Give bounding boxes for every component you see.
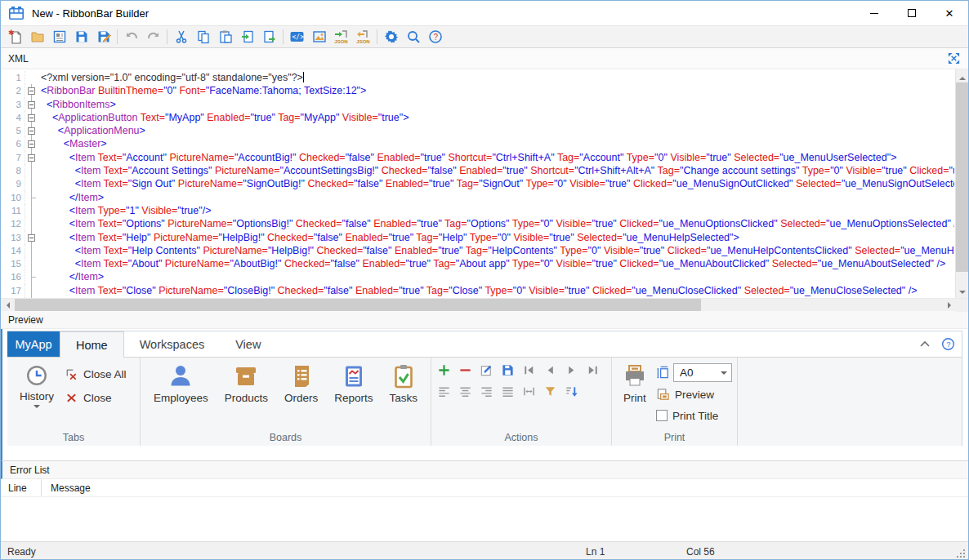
reports-button[interactable]: Reports xyxy=(327,362,380,429)
fold-marker[interactable] xyxy=(25,111,38,124)
edit-button[interactable] xyxy=(479,362,493,377)
align-right-button[interactable] xyxy=(479,384,493,398)
code-line[interactable]: 1<?xml version="1.0" encoding="utf-8" st… xyxy=(1,71,954,84)
paste-export-button[interactable] xyxy=(258,27,280,47)
fold-marker[interactable] xyxy=(25,137,38,150)
employees-button[interactable]: Employees xyxy=(146,362,216,429)
image-view-button[interactable] xyxy=(308,27,330,47)
column-header-line[interactable]: Line xyxy=(1,479,42,496)
scroll-right-button[interactable] xyxy=(942,299,955,312)
history-button[interactable]: History xyxy=(12,362,61,429)
resize-grip[interactable] xyxy=(957,549,965,558)
close-tab-button[interactable]: Close xyxy=(65,389,127,407)
cut-button[interactable] xyxy=(170,27,192,47)
align-left-button[interactable] xyxy=(436,384,451,398)
maximize-button[interactable] xyxy=(893,1,931,25)
horizontal-scrollbar[interactable] xyxy=(1,298,968,311)
help-button[interactable]: ? xyxy=(424,27,446,47)
products-button[interactable]: Products xyxy=(217,362,275,429)
code-line[interactable]: 9 <Item Text="Sign Out" PictureName="Sig… xyxy=(1,177,954,190)
copy-button[interactable] xyxy=(192,27,214,47)
code-line[interactable]: 8 <Item Text="Account Settings" PictureN… xyxy=(1,164,954,177)
ribbon-help-icon[interactable]: ? xyxy=(941,337,955,351)
filter-button[interactable] xyxy=(543,384,557,398)
print-title-checkbox[interactable]: Print Title xyxy=(656,407,732,424)
svg-text:</>: </> xyxy=(292,33,305,41)
code-line[interactable]: 14 <Item Text="Help Contents" PictureNam… xyxy=(1,244,954,257)
minimize-button[interactable] xyxy=(855,1,893,25)
error-list-body[interactable] xyxy=(1,497,968,541)
code-line[interactable]: 16 </Item> xyxy=(1,270,954,283)
add-button[interactable] xyxy=(436,362,451,377)
code-line[interactable]: 17 <Item Text="Close" PictureName="Close… xyxy=(1,284,954,297)
settings-button[interactable] xyxy=(380,27,402,47)
horizontal-scroll-thumb[interactable] xyxy=(15,299,701,311)
fold-marker[interactable] xyxy=(25,151,38,164)
copy-icon xyxy=(196,29,211,44)
justify-button[interactable] xyxy=(500,384,515,398)
paper-size-select[interactable]: A0 xyxy=(673,363,732,382)
close-button[interactable]: ✕ xyxy=(931,1,968,25)
code-line[interactable]: 15 <Item Text="About" PictureName="About… xyxy=(1,257,954,270)
json-import-button[interactable]: JSON xyxy=(330,27,352,47)
search-button[interactable] xyxy=(402,27,424,47)
scroll-down-button[interactable] xyxy=(956,285,969,298)
save-as-button[interactable] xyxy=(92,27,114,47)
line-number: 11 xyxy=(1,204,25,217)
scroll-up-button[interactable] xyxy=(956,69,969,82)
code-line[interactable]: 7 <Item Text="Account" PictureName="Acco… xyxy=(1,151,954,164)
status-line-number: Ln 1 xyxy=(586,546,605,558)
fold-marker[interactable] xyxy=(25,98,38,111)
code-view-button[interactable]: </> xyxy=(286,27,308,47)
next-record-button[interactable] xyxy=(564,362,578,377)
collapse-ribbon-icon[interactable] xyxy=(918,338,931,351)
code-line[interactable]: 5 <ApplicationMenu> xyxy=(1,124,954,137)
undo-button[interactable] xyxy=(120,27,142,47)
print-preview-button[interactable]: Preview xyxy=(656,385,732,403)
open-button[interactable] xyxy=(26,27,48,47)
code-line[interactable]: 2<RibbonBar BuiltinTheme="0" Font="FaceN… xyxy=(1,84,954,97)
report-view-button[interactable] xyxy=(48,27,70,47)
code-line[interactable]: 4 <ApplicationButton Text="MyApp" Enable… xyxy=(1,111,954,124)
column-header-message[interactable]: Message xyxy=(42,479,91,496)
orders-button[interactable]: Orders xyxy=(277,362,325,429)
tab-workspaces[interactable]: Workspaces xyxy=(124,331,221,357)
application-button[interactable]: MyApp xyxy=(7,331,60,357)
redo-button[interactable] xyxy=(142,27,164,47)
tasks-button[interactable]: Tasks xyxy=(382,362,426,429)
json-export-button[interactable]: JSON xyxy=(352,27,374,47)
code-line[interactable]: 13 <Item Text="Help" PictureName="HelpBi… xyxy=(1,231,954,244)
save-button[interactable] xyxy=(70,27,92,47)
last-record-button[interactable] xyxy=(585,362,600,377)
align-center-button[interactable] xyxy=(458,384,472,398)
first-record-button[interactable] xyxy=(521,362,536,377)
xml-code-editor[interactable]: 1<?xml version="1.0" encoding="utf-8" st… xyxy=(1,69,968,311)
edit-icon xyxy=(480,363,493,377)
tab-view[interactable]: View xyxy=(220,331,276,357)
column-width-button[interactable] xyxy=(521,384,536,398)
save-row-button[interactable] xyxy=(500,362,515,377)
close-all-button[interactable]: Close All xyxy=(65,365,127,383)
code-line[interactable]: 12 <Item Text="Options" PictureName="Opt… xyxy=(1,217,954,230)
new-file-button[interactable]: ✱ xyxy=(4,27,26,47)
code-line[interactable]: 11 <Item Type="1" Visible="true"/> xyxy=(1,204,954,217)
previous-record-button[interactable] xyxy=(543,362,557,377)
group-label-tabs: Tabs xyxy=(7,432,140,443)
tab-home[interactable]: Home xyxy=(60,331,124,358)
scroll-left-button[interactable] xyxy=(1,299,14,312)
paste-button[interactable] xyxy=(214,27,236,47)
fold-marker[interactable] xyxy=(25,231,38,244)
paste-page-button[interactable] xyxy=(236,27,258,47)
print-button[interactable]: Print xyxy=(618,362,651,429)
vertical-scrollbar[interactable] xyxy=(955,69,968,298)
code-line[interactable]: 6 <Master> xyxy=(1,137,954,150)
code-line[interactable]: 3 <RibbonItems> xyxy=(1,98,954,111)
fold-marker[interactable] xyxy=(25,124,38,137)
sort-button[interactable] xyxy=(564,384,578,398)
fold-marker[interactable] xyxy=(25,84,38,97)
remove-button[interactable] xyxy=(458,362,472,377)
code-view[interactable]: 1<?xml version="1.0" encoding="utf-8" st… xyxy=(1,71,954,298)
expand-icon[interactable] xyxy=(947,51,961,65)
vertical-scroll-thumb[interactable] xyxy=(956,82,968,272)
code-line[interactable]: 10 </Item> xyxy=(1,191,954,204)
